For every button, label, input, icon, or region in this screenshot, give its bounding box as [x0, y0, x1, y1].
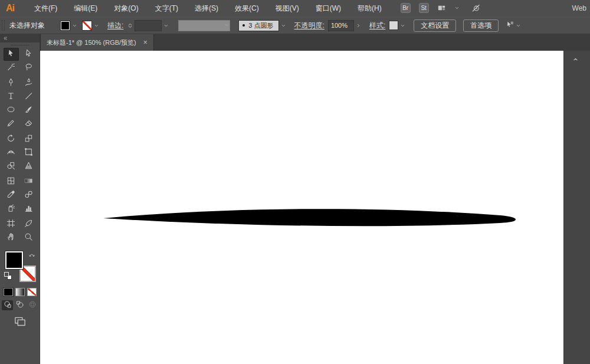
bridge-icon[interactable]: Br	[401, 3, 411, 13]
tools-panel-grip[interactable]	[0, 42, 40, 48]
blend-tool[interactable]	[21, 189, 37, 202]
menu-object[interactable]: 对象(O)	[106, 0, 146, 17]
draw-inside-icon	[28, 300, 37, 311]
paintbrush-tool[interactable]	[21, 104, 37, 117]
stroke-weight-label[interactable]: 描边:	[107, 21, 123, 31]
default-fill-stroke-icon[interactable]	[4, 272, 12, 280]
zoom-tool[interactable]	[21, 231, 37, 244]
sync-disabled-icon[interactable]	[471, 4, 480, 12]
brush-chevron-icon[interactable]	[280, 23, 287, 28]
mesh-tool-icon	[6, 176, 15, 188]
menu-select[interactable]: 选择(S)	[186, 0, 227, 17]
draw-behind-icon	[16, 300, 24, 311]
column-graph-tool-icon	[24, 204, 33, 215]
brush-definition-dropdown[interactable]: 3 点圆形	[238, 20, 278, 31]
hand-tool[interactable]	[4, 231, 19, 244]
select-similar-icon[interactable]	[506, 21, 514, 31]
draw-behind-mode[interactable]	[14, 300, 25, 310]
direct-selection-tool[interactable]	[21, 48, 37, 61]
menu-view[interactable]: 视图(V)	[267, 0, 307, 17]
opacity-panel-chevron-icon[interactable]	[355, 23, 362, 28]
magic-wand-tool-icon	[6, 63, 15, 74]
stroke-color-swatch[interactable]	[82, 21, 92, 31]
slice-tool[interactable]	[21, 218, 37, 231]
menu-effect[interactable]: 效果(C)	[227, 0, 267, 17]
opacity-input[interactable]	[328, 20, 354, 31]
dock-collapse-chevron-icon[interactable]	[572, 54, 579, 65]
line-segment-tool[interactable]	[21, 90, 37, 103]
ellipse-tool[interactable]	[4, 104, 19, 117]
gradient-button[interactable]	[15, 288, 25, 296]
none-button-diagonal-icon	[28, 288, 36, 296]
eyedropper-tool[interactable]	[4, 189, 19, 202]
screen-mode-icon[interactable]	[14, 315, 26, 329]
panel-dock-collapsed	[563, 51, 590, 364]
draw-inside-mode	[27, 300, 38, 310]
mesh-tool[interactable]	[4, 175, 19, 188]
pen-tool-icon	[6, 78, 15, 89]
type-tool-icon	[6, 91, 15, 103]
stroke-weight-stepper[interactable]	[127, 22, 133, 29]
style-label[interactable]: 样式:	[369, 21, 385, 31]
rotate-tool[interactable]	[4, 133, 19, 146]
artwork-ellipse[interactable]	[103, 209, 516, 226]
shape-builder-tool[interactable]	[4, 160, 19, 173]
fill-indicator[interactable]	[5, 251, 23, 269]
menu-file[interactable]: 文件(F)	[26, 0, 65, 17]
type-tool[interactable]	[4, 90, 19, 103]
stock-icon[interactable]: St	[419, 3, 429, 13]
artboard-canvas[interactable]	[40, 51, 563, 364]
menu-edit[interactable]: 编辑(E)	[65, 0, 106, 17]
column-graph-tool[interactable]	[21, 202, 37, 215]
magic-wand-tool[interactable]	[4, 61, 19, 74]
menu-window[interactable]: 窗口(W)	[307, 0, 349, 17]
swap-fill-stroke-icon[interactable]	[28, 250, 35, 261]
symbol-sprayer-tool[interactable]	[4, 202, 19, 215]
opacity-label[interactable]: 不透明度:	[294, 21, 324, 31]
scale-tool[interactable]	[21, 133, 37, 146]
tab-close-icon[interactable]: ×	[143, 39, 148, 46]
workspace-layout-icon[interactable]	[437, 4, 446, 12]
gradient-tool-icon	[24, 176, 33, 188]
none-diagonal-icon	[83, 21, 91, 30]
pen-tool[interactable]	[4, 77, 19, 90]
document-tab[interactable]: 未标题-1* @ 150% (RGB/预览) ×	[40, 34, 154, 51]
lasso-tool[interactable]	[21, 61, 37, 74]
eyedropper-tool-icon	[6, 190, 15, 201]
chevron-down-icon[interactable]	[454, 5, 460, 11]
select-similar-chevron-icon[interactable]	[514, 23, 522, 28]
blend-tool-icon	[24, 190, 33, 201]
gradient-tool[interactable]	[21, 175, 37, 188]
free-transform-tool[interactable]	[21, 146, 37, 159]
artboard-tool-icon	[6, 219, 15, 230]
none-button[interactable]	[27, 288, 37, 296]
document-setup-button[interactable]: 文档设置	[414, 19, 456, 32]
color-button[interactable]	[4, 288, 13, 296]
width-profile-chevron-icon	[224, 21, 230, 29]
symbol-sprayer-tool-icon	[6, 204, 15, 215]
curvature-tool[interactable]	[21, 77, 37, 90]
pencil-tool[interactable]	[4, 117, 19, 130]
stroke-chevron-icon[interactable]	[93, 23, 100, 28]
fill-stroke-indicator	[3, 250, 37, 283]
width-tool[interactable]	[4, 146, 19, 159]
workspace-switcher[interactable]: Web	[572, 0, 586, 17]
artboard-tool[interactable]	[4, 218, 19, 231]
rotate-tool-icon	[6, 134, 15, 145]
controlbar-grip[interactable]	[2, 20, 5, 31]
selection-tool[interactable]	[4, 48, 19, 61]
stroke-weight-chevron-icon[interactable]	[162, 23, 170, 28]
style-swatch[interactable]	[389, 21, 398, 30]
perspective-grid-tool[interactable]	[21, 160, 37, 173]
menu-bar: Ai 文件(F)编辑(E)对象(O)文字(T)选择(S)效果(C)视图(V)窗口…	[0, 0, 590, 17]
preferences-button[interactable]: 首选项	[463, 19, 499, 32]
fill-color-swatch[interactable]	[60, 21, 70, 31]
stroke-weight-input[interactable]	[135, 20, 162, 31]
fill-chevron-icon[interactable]	[71, 23, 78, 28]
style-chevron-icon[interactable]	[399, 23, 407, 28]
draw-normal-mode[interactable]	[2, 300, 13, 310]
eraser-tool[interactable]	[21, 117, 37, 130]
menu-type[interactable]: 文字(T)	[147, 0, 186, 17]
menu-help[interactable]: 帮助(H)	[349, 0, 390, 17]
zoom-tool-icon	[24, 232, 33, 244]
